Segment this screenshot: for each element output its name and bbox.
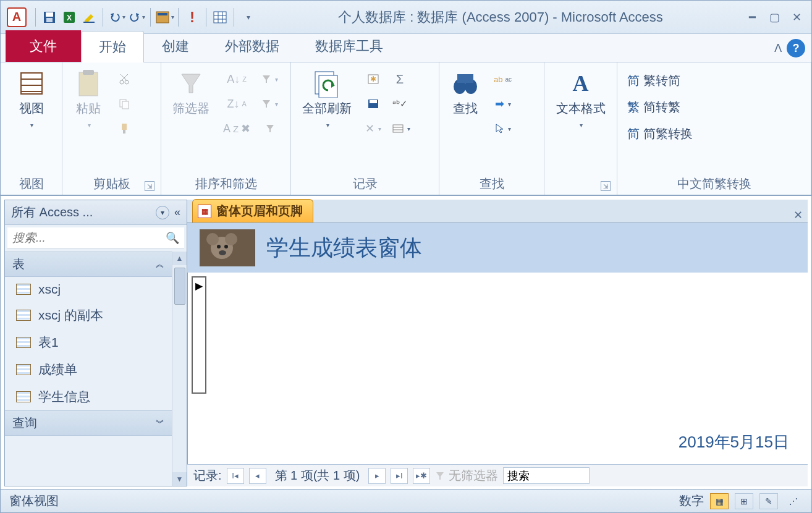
svg-marker-5 [85,14,93,23]
form-close-button[interactable]: ✕ [790,208,805,223]
form-header-image [200,229,255,266]
text-format-button[interactable]: A 文本格式▾ [550,66,612,133]
cut-button[interactable] [113,69,135,90]
record-search-input[interactable] [503,467,590,484]
nav-item-table[interactable]: xscj [5,277,172,302]
convert-button[interactable]: 简简繁转换 [622,123,698,145]
maximize-button[interactable]: ▢ [766,11,783,24]
nav-group-tables[interactable]: 表︽ [5,252,172,277]
nav-scrollbar[interactable]: ▲ ▼ [172,252,187,486]
sort-desc-button[interactable]: Z↓A [219,93,254,114]
tab-file[interactable]: 文件 [6,30,81,62]
qat-excel-button[interactable]: X [59,7,79,27]
toggle-filter-button[interactable] [258,118,282,139]
goto-button[interactable]: ➡▾ [490,93,515,114]
advanced-filter-button[interactable]: ▾ [258,93,282,114]
prev-record-button[interactable]: ◂ [249,468,266,484]
find-button[interactable]: 查找 [444,66,486,118]
copy-button[interactable] [113,93,135,114]
tab-tools[interactable]: 数据库工具 [297,30,401,62]
qat-exclaim-button[interactable]: ! [182,7,202,27]
record-selector[interactable] [192,276,206,394]
help-button[interactable]: ? [787,39,805,57]
refresh-all-button[interactable]: 全部刷新▾ [296,66,358,133]
svg-rect-28 [122,124,127,130]
search-icon[interactable]: 🔍 [166,231,179,245]
selection-filter-button[interactable]: ▾ [258,69,282,90]
delete-record-button[interactable]: ✕▾ [362,118,385,139]
form-tab[interactable]: ▦ 窗体页眉和页脚 [192,199,313,223]
totals-button[interactable]: Σ [389,69,411,90]
scroll-down-button[interactable]: ▼ [172,472,187,486]
close-button[interactable]: ✕ [788,11,805,24]
qat-highlight-button[interactable] [79,7,99,27]
to-simplified-button[interactable]: 简繁转简 [622,70,698,91]
scroll-thumb[interactable] [174,268,185,305]
refresh-icon [313,69,341,98]
nav-group-queries[interactable]: 查询︾ [5,410,172,436]
first-record-button[interactable]: I◂ [227,468,244,484]
sort-asc-button[interactable]: A↓Z [219,69,254,90]
form-tab-label: 窗体页眉和页脚 [216,203,303,219]
redo-icon [129,11,141,23]
replace-button[interactable]: abac [490,69,515,90]
table-icon [16,284,31,295]
qat-customize-button[interactable]: ▾ [238,7,258,27]
qat-datasheet-button[interactable] [210,7,230,27]
undo-icon [109,11,121,23]
svg-marker-33 [266,125,274,132]
tab-home[interactable]: 开始 [81,31,144,62]
grid-icon [213,11,227,23]
last-record-button[interactable]: ▸I [391,468,408,484]
minimize-button[interactable]: ━ [743,11,761,24]
textformat-launcher[interactable]: ⇲ [601,181,611,191]
svg-rect-35 [319,75,337,98]
new-nav-button[interactable]: ▸✱ [413,468,430,484]
table-icon [16,391,31,402]
clear-sort-button[interactable]: AZ✖ [219,118,254,139]
navpane-dropdown-button[interactable]: ▾ [156,206,169,219]
nav-item-table[interactable]: 学生信息 [5,383,172,410]
tab-create[interactable]: 创建 [144,30,207,62]
app-icon: A [7,7,27,27]
scroll-up-button[interactable]: ▲ [172,252,187,265]
form-view-button[interactable]: ▦ [710,493,729,509]
navpane-header[interactable]: 所有 Access ... ▾ « [5,200,187,225]
nav-item-table[interactable]: 成绩单 [5,356,172,383]
more-records-button[interactable]: ▾ [389,118,414,139]
design-view-button[interactable]: ✎ [759,493,778,509]
view-button[interactable]: 视图▾ [11,66,53,133]
form-date: 2019年5月15日 [679,431,789,453]
search-input[interactable] [12,231,162,245]
select-button[interactable]: ▾ [490,118,515,139]
funnel-icon [178,70,204,96]
qat-save-button[interactable] [40,7,59,27]
filter-button[interactable]: 筛选器 [166,66,216,118]
title-bar: A X ▾ ▾ ▾ ! ▾ 个人数据库 : 数据库 (Access 2007) … [1,1,811,34]
chevron-up-icon: ︽ [156,259,164,270]
new-record-button[interactable]: ✱ [362,69,385,90]
record-navigator: 记录: I◂ ◂ 第 1 项(共 1 项) ▸ ▸I ▸✱ 无筛选器 [187,464,808,486]
resize-grip[interactable]: ⋰ [784,493,803,509]
format-painter-button[interactable] [113,118,135,139]
status-numlock: 数字 [679,493,704,509]
ribbon-collapse-button[interactable]: ᐱ [774,41,782,55]
to-traditional-button[interactable]: 繁简转繁 [622,96,698,118]
qat-redo-button[interactable]: ▾ [127,7,146,27]
next-record-button[interactable]: ▸ [368,468,386,484]
save-record-button[interactable] [362,93,385,114]
spelling-button[interactable]: ᵃᵇ✓ [389,93,411,114]
nav-item-table[interactable]: 表1 [5,329,172,356]
svg-rect-11 [214,12,226,23]
tab-external[interactable]: 外部数据 [207,30,297,62]
qat-form-button[interactable]: ▾ [154,7,174,27]
form-header: 学生成绩表窗体 [187,223,808,273]
clipboard-launcher[interactable]: ⇲ [145,181,154,191]
nav-item-table[interactable]: xscj 的副本 [5,302,172,329]
brush-icon [118,122,130,135]
navpane-collapse-button[interactable]: « [174,206,180,219]
layout-view-button[interactable]: ⊞ [735,493,753,509]
svg-point-50 [225,233,237,245]
paste-button[interactable]: 粘贴▾ [67,66,109,133]
qat-undo-button[interactable]: ▾ [107,7,127,27]
